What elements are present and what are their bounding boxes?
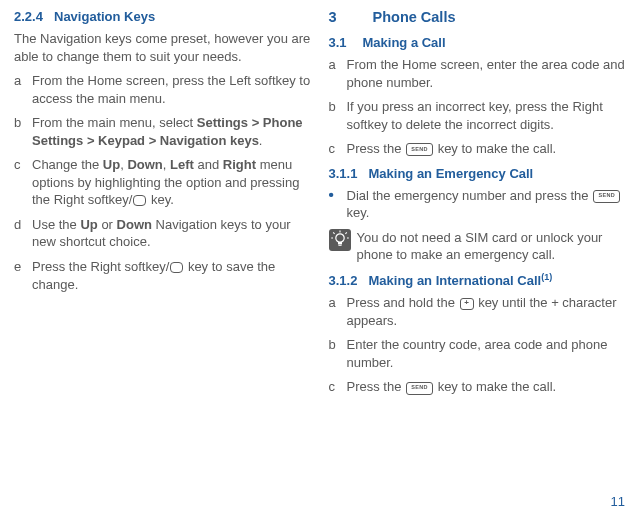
subsection-heading-312: 3.1.2Making an International Call(1) (329, 272, 626, 288)
section-heading-224: 2.2.4Navigation Keys (14, 9, 311, 24)
step-marker: b (14, 114, 32, 149)
page-number: 11 (611, 494, 625, 509)
section-heading-31: 3.1Making a Call (329, 35, 626, 50)
step-c: c Change the Up, Down, Left and Right me… (14, 156, 311, 209)
chapter-heading-3: 3Phone Calls (329, 9, 626, 25)
step-marker: d (14, 216, 32, 251)
step-body: Press and hold the key until the + chara… (347, 294, 626, 329)
step-b: b If you press an incorrect key, press t… (329, 98, 626, 133)
step-body: If you press an incorrect key, press the… (347, 98, 626, 133)
section-title: Making a Call (363, 35, 446, 50)
chapter-number: 3 (329, 9, 373, 25)
step-marker: a (329, 294, 347, 329)
step-body: Press the Right softkey/ key to save the… (32, 258, 311, 293)
step-b: b Enter the country code, area code and … (329, 336, 626, 371)
subsection-title: Making an International Call(1) (369, 273, 553, 288)
step-marker: c (329, 140, 347, 158)
step-body: From the main menu, select Settings > Ph… (32, 114, 311, 149)
send-key-icon (406, 143, 433, 156)
tip-text: You do not need a SIM card or unlock you… (357, 229, 626, 264)
step-marker: c (14, 156, 32, 209)
step-body: Press the key to make the call. (347, 140, 626, 158)
step-b: b From the main menu, select Settings > … (14, 114, 311, 149)
subsection-title: Making an Emergency Call (369, 166, 534, 181)
step-c: c Press the key to make the call. (329, 140, 626, 158)
send-key-icon (406, 382, 433, 395)
step-marker: c (329, 378, 347, 396)
step-c: c Press the key to make the call. (329, 378, 626, 396)
softkey-icon (133, 195, 146, 206)
step-body: Use the Up or Down Navigation keys to yo… (32, 216, 311, 251)
step-body: From the Home screen, press the Left sof… (32, 72, 311, 107)
step-body: Press the key to make the call. (347, 378, 626, 396)
softkey-icon (170, 262, 183, 273)
subsection-number: 3.1.2 (329, 273, 369, 288)
section-title: Navigation Keys (54, 9, 155, 24)
bullet-item: • Dial the emergency number and press th… (329, 187, 626, 222)
step-a: a From the Home screen, press the Left s… (14, 72, 311, 107)
step-marker: b (329, 98, 347, 133)
step-marker: a (329, 56, 347, 91)
svg-rect-2 (338, 245, 341, 246)
bullet-marker: • (329, 187, 347, 222)
svg-rect-1 (338, 242, 342, 244)
chapter-title: Phone Calls (373, 9, 456, 25)
send-key-icon (593, 190, 620, 203)
svg-point-0 (335, 234, 343, 242)
step-marker: a (14, 72, 32, 107)
left-column: 2.2.4Navigation Keys The Navigation keys… (14, 9, 311, 403)
tip-icon (329, 229, 357, 264)
plus-key-icon (460, 298, 474, 310)
right-column: 3Phone Calls 3.1Making a Call a From the… (329, 9, 626, 403)
step-body: From the Home screen, enter the area cod… (347, 56, 626, 91)
step-body: Enter the country code, area code and ph… (347, 336, 626, 371)
step-body: Change the Up, Down, Left and Right menu… (32, 156, 311, 209)
subsection-number: 3.1.1 (329, 166, 369, 181)
subsection-heading-311: 3.1.1Making an Emergency Call (329, 166, 626, 181)
intro-text: The Navigation keys come preset, however… (14, 30, 311, 65)
step-d: d Use the Up or Down Navigation keys to … (14, 216, 311, 251)
tip-box: You do not need a SIM card or unlock you… (329, 229, 626, 264)
step-marker: e (14, 258, 32, 293)
bullet-body: Dial the emergency number and press the … (347, 187, 626, 222)
step-e: e Press the Right softkey/ key to save t… (14, 258, 311, 293)
svg-line-5 (345, 232, 346, 233)
step-a: a From the Home screen, enter the area c… (329, 56, 626, 91)
section-number: 3.1 (329, 35, 363, 50)
svg-line-4 (333, 232, 334, 233)
step-a: a Press and hold the key until the + cha… (329, 294, 626, 329)
step-marker: b (329, 336, 347, 371)
section-number: 2.2.4 (14, 9, 54, 24)
